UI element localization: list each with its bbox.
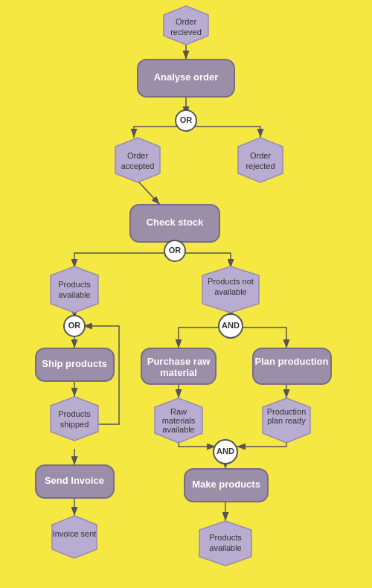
products-available1-node: Products available: [51, 266, 98, 313]
ship-products-node: Ship products: [36, 348, 114, 381]
and2-label: AND: [217, 447, 234, 456]
purchase-raw-node: Purchase raw material: [141, 348, 216, 384]
products-shipped-label2: shipped: [60, 420, 89, 429]
production-plan-node: Production plan ready: [263, 398, 310, 443]
invoice-sent-node: Invoice sent: [52, 516, 97, 558]
purchase-raw-label2: material: [160, 367, 197, 378]
or3-label: OR: [68, 321, 81, 330]
or2-gateway: OR: [164, 240, 185, 261]
order-accepted-node: Order accepted: [115, 138, 160, 182]
products-not-available-node: Products not available: [202, 266, 259, 313]
or1-gateway: OR: [176, 110, 196, 131]
order-rejected-label1: Order: [250, 151, 271, 160]
svg-marker-29: [51, 397, 98, 441]
order-accepted-label1: Order: [127, 151, 148, 160]
make-products-node: Make products: [185, 469, 268, 502]
and1-gateway: AND: [219, 314, 243, 338]
products-shipped-label1: Products: [58, 409, 91, 418]
svg-line-3: [138, 181, 160, 205]
and2-gateway: AND: [214, 440, 237, 464]
production-plan-label1: Production: [267, 407, 307, 416]
svg-marker-18: [115, 138, 160, 182]
analyse-order-node: Analyse order: [138, 60, 234, 97]
raw-materials-label1: Raw: [170, 407, 187, 416]
products-available2-label2: available: [209, 543, 241, 552]
products-available2-label1: Products: [209, 533, 242, 542]
invoice-sent-label1: Invoice sent: [53, 529, 97, 538]
ship-products-label: Ship products: [42, 358, 106, 369]
raw-materials-node: Raw materials available: [155, 398, 202, 443]
order-rejected-node: Order rejected: [238, 138, 283, 182]
and1-label: AND: [222, 321, 240, 330]
analyse-order-label: Analyse order: [154, 71, 219, 83]
or1-label: OR: [180, 115, 193, 124]
production-plan-label2: plan ready: [267, 416, 306, 425]
send-invoice-label: Send Invoice: [45, 475, 104, 486]
products-available1-label1: Products: [58, 280, 91, 289]
order-received-label2: recieved: [170, 28, 202, 36]
svg-marker-19: [238, 138, 283, 182]
order-received-label: Order: [176, 17, 196, 26]
products-not-available-label1: Products not: [208, 277, 254, 286]
make-products-label: Make products: [192, 479, 260, 490]
raw-materials-label2: materials: [162, 416, 196, 425]
raw-materials-label3: available: [162, 425, 194, 434]
order-rejected-label2: rejected: [246, 162, 275, 170]
plan-production-label1: Plan production: [255, 356, 329, 367]
or2-label: OR: [169, 246, 182, 255]
products-available1-label2: available: [58, 290, 90, 299]
send-invoice-node: Send Invoice: [36, 465, 114, 498]
check-stock-label: Check stock: [147, 217, 204, 228]
order-received-node: Order recieved: [164, 6, 208, 45]
purchase-raw-label1: Purchase raw: [147, 356, 211, 367]
plan-production-node: Plan production: [253, 348, 331, 384]
products-not-available-label2: available: [214, 287, 246, 296]
order-accepted-label2: accepted: [121, 162, 155, 170]
products-shipped-node: Products shipped: [51, 397, 98, 441]
products-available2-node: Products available: [199, 521, 251, 566]
or3-gateway: OR: [64, 316, 85, 336]
check-stock-node: Check stock: [130, 205, 219, 242]
